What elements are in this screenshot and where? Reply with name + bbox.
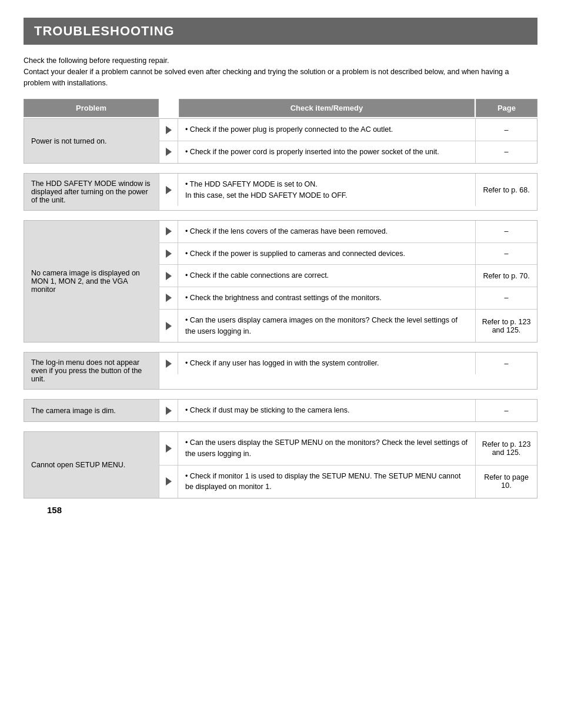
page-number: 158 bbox=[47, 505, 62, 515]
header-problem: Problem bbox=[24, 99, 159, 117]
problem-cell-3: The log-in menu does not appear even if … bbox=[24, 353, 159, 389]
arrow-icon-5-0 bbox=[159, 432, 178, 465]
page-ref-0-0: – bbox=[475, 119, 537, 141]
check-text-0-0: • Check if the power plug is properly co… bbox=[178, 119, 475, 141]
remedy-row-4-0: • Check if dust may be sticking to the c… bbox=[159, 400, 537, 421]
remedy-row-3-0: • Check if any user has logged in with t… bbox=[159, 353, 537, 374]
problem-cell-0: Power is not turned on. bbox=[24, 119, 159, 163]
check-text-5-1: • Check if monitor 1 is used to display … bbox=[178, 466, 475, 498]
page-ref-2-2: Refer to p. 70. bbox=[475, 265, 537, 287]
remedies-col-2: • Check if the lens covers of the camera… bbox=[159, 221, 537, 343]
check-text-2-2: • Check if the cable connections are cor… bbox=[178, 265, 475, 287]
remedy-row-2-0: • Check if the lens covers of the camera… bbox=[159, 221, 537, 243]
remedy-row-5-0: • Can the users display the SETUP MENU o… bbox=[159, 432, 537, 466]
intro-line-1: Check the following before requesting re… bbox=[24, 55, 537, 67]
remedies-col-0: • Check if the power plug is properly co… bbox=[159, 119, 537, 163]
check-text-2-0: • Check if the lens covers of the camera… bbox=[178, 221, 475, 242]
arrow-icon-5-1 bbox=[159, 466, 178, 498]
page-ref-4-0: – bbox=[475, 400, 537, 421]
check-text-2-3: • Check the brightness and contrast sett… bbox=[178, 287, 475, 309]
table-section-2: No camera image is displayed on MON 1, M… bbox=[24, 220, 537, 343]
remedy-row-5-1: • Check if monitor 1 is used to display … bbox=[159, 466, 537, 498]
remedy-row-2-1: • Check if the power is supplied to came… bbox=[159, 243, 537, 265]
page-ref-3-0: – bbox=[475, 353, 537, 374]
header-page: Page bbox=[476, 99, 537, 117]
page-ref-2-3: – bbox=[475, 287, 537, 309]
page-ref-5-0: Refer to p. 123 and 125. bbox=[475, 432, 537, 465]
arrow-icon-2-1 bbox=[159, 243, 178, 265]
page-ref-5-1: Refer to page 10. bbox=[475, 466, 537, 498]
problem-cell-1: The HDD SAFETY MODE window is displayed … bbox=[24, 174, 159, 210]
intro-line-2: Contact your dealer if a problem cannot … bbox=[24, 67, 537, 89]
page-title: TROUBLESHOOTING bbox=[34, 24, 527, 39]
page-ref-0-1: – bbox=[475, 141, 537, 163]
page-ref-2-4: Refer to p. 123 and 125. bbox=[475, 310, 537, 343]
table-section-5: Cannot open SETUP MENU.• Can the users d… bbox=[24, 431, 537, 498]
table-section-1: The HDD SAFETY MODE window is displayed … bbox=[24, 173, 537, 211]
table-section-4: The camera image is dim.• Check if dust … bbox=[24, 399, 537, 422]
remedy-row-1-0: • The HDD SAFETY MODE is set to ON.In th… bbox=[159, 174, 537, 207]
problem-cell-5: Cannot open SETUP MENU. bbox=[24, 432, 159, 498]
arrow-icon-2-2 bbox=[159, 265, 178, 287]
remedy-row-0-1: • Check if the power cord is properly in… bbox=[159, 141, 537, 163]
remedies-col-4: • Check if dust may be sticking to the c… bbox=[159, 400, 537, 421]
remedies-col-3: • Check if any user has logged in with t… bbox=[159, 353, 537, 389]
arrow-icon-3-0 bbox=[159, 353, 178, 374]
check-text-2-1: • Check if the power is supplied to came… bbox=[178, 243, 475, 265]
arrow-icon-2-4 bbox=[159, 310, 178, 343]
table-section-0: Power is not turned on.• Check if the po… bbox=[24, 118, 537, 164]
arrow-icon-1-0 bbox=[159, 174, 178, 207]
table-section-3: The log-in menu does not appear even if … bbox=[24, 352, 537, 390]
arrow-icon-0-0 bbox=[159, 119, 178, 141]
check-text-3-0: • Check if any user has logged in with t… bbox=[178, 353, 475, 374]
arrow-icon-2-3 bbox=[159, 287, 178, 309]
check-text-2-4: • Can the users display camera images on… bbox=[178, 310, 475, 343]
check-text-5-0: • Can the users display the SETUP MENU o… bbox=[178, 432, 475, 465]
page-ref-2-0: – bbox=[475, 221, 537, 242]
arrow-icon-0-1 bbox=[159, 141, 178, 163]
problem-cell-4: The camera image is dim. bbox=[24, 400, 159, 421]
check-text-1-0: • The HDD SAFETY MODE is set to ON.In th… bbox=[178, 174, 475, 207]
header-check: Check item/Remedy bbox=[179, 99, 475, 117]
remedies-col-1: • The HDD SAFETY MODE is set to ON.In th… bbox=[159, 174, 537, 210]
page-ref-1-0: Refer to p. 68. bbox=[475, 174, 537, 207]
problem-cell-2: No camera image is displayed on MON 1, M… bbox=[24, 221, 159, 343]
arrow-icon-2-0 bbox=[159, 221, 178, 242]
page-ref-2-1: – bbox=[475, 243, 537, 265]
intro-block: Check the following before requesting re… bbox=[24, 55, 537, 88]
arrow-icon-4-0 bbox=[159, 400, 178, 421]
remedy-row-0-0: • Check if the power plug is properly co… bbox=[159, 119, 537, 141]
table-header: Problem Check item/Remedy Page bbox=[24, 99, 537, 117]
remedy-row-2-4: • Can the users display camera images on… bbox=[159, 310, 537, 343]
remedy-row-2-3: • Check the brightness and contrast sett… bbox=[159, 287, 537, 310]
check-text-0-1: • Check if the power cord is properly in… bbox=[178, 141, 475, 163]
check-text-4-0: • Check if dust may be sticking to the c… bbox=[178, 400, 475, 421]
remedies-col-5: • Can the users display the SETUP MENU o… bbox=[159, 432, 537, 498]
remedy-row-2-2: • Check if the cable connections are cor… bbox=[159, 265, 537, 287]
page-title-bar: TROUBLESHOOTING bbox=[24, 18, 537, 45]
